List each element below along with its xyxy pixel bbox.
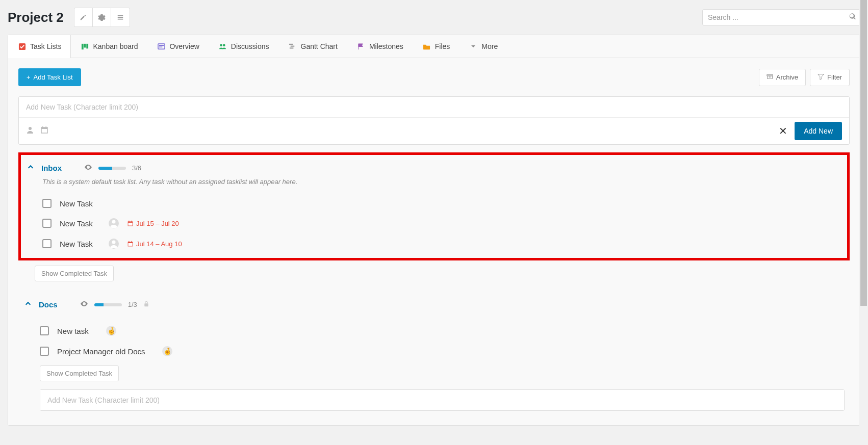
chevron-up-icon[interactable] <box>23 300 33 309</box>
button-label: Filter <box>827 73 842 81</box>
highlighted-tasklist: Inbox 3/6 This is a system default task … <box>18 152 850 260</box>
header-action-group <box>74 8 130 27</box>
svg-rect-32 <box>144 303 148 306</box>
gantt-icon <box>289 42 297 50</box>
task-row[interactable]: New Task Jul 14 – Aug 10 <box>26 233 842 254</box>
tasklist-title[interactable]: Docs <box>39 300 58 309</box>
svg-rect-5 <box>159 45 164 45</box>
avatar[interactable]: 🤞 <box>106 326 116 336</box>
tab-label: Files <box>435 42 450 50</box>
show-completed-button[interactable]: Show Completed Task <box>35 266 114 281</box>
add-task-list-button[interactable]: + Add Task List <box>18 68 81 86</box>
svg-rect-29 <box>129 241 129 242</box>
search-input[interactable] <box>702 9 860 25</box>
list-icon[interactable] <box>111 8 130 27</box>
svg-rect-3 <box>86 43 88 48</box>
tab-task-lists[interactable]: Task Lists <box>8 35 71 58</box>
tab-more[interactable]: More <box>459 35 507 58</box>
new-task-input[interactable] <box>19 97 849 118</box>
files-icon <box>423 42 431 50</box>
task-row[interactable]: New task 🤞 <box>23 321 845 341</box>
svg-point-15 <box>29 127 32 130</box>
task-name[interactable]: Project Manager old Docs <box>57 347 154 356</box>
button-label: Archive <box>776 73 798 81</box>
svg-rect-24 <box>132 220 132 221</box>
search-icon[interactable] <box>849 13 856 22</box>
calendar-icon[interactable] <box>40 126 48 137</box>
task-row[interactable]: New Task Jul 15 – Jul 20 <box>26 213 842 233</box>
task-name[interactable]: New task <box>57 327 98 335</box>
eye-icon[interactable] <box>80 300 88 309</box>
svg-point-27 <box>112 241 116 244</box>
tab-label: Milestones <box>369 42 403 50</box>
search-wrap <box>702 9 860 25</box>
task-name[interactable]: New Task <box>60 199 100 208</box>
svg-rect-19 <box>46 126 47 128</box>
task-name[interactable]: New Task <box>60 240 100 248</box>
task-name[interactable]: New Task <box>60 219 100 228</box>
scrollbar-thumb[interactable] <box>860 0 867 306</box>
filter-button[interactable]: Filter <box>810 69 850 86</box>
task-row[interactable]: New Task <box>26 194 842 213</box>
overview-icon <box>157 42 165 50</box>
inner-add-task-input[interactable] <box>40 390 844 410</box>
tab-files[interactable]: Files <box>413 35 460 58</box>
user-icon[interactable] <box>26 126 34 137</box>
svg-rect-2 <box>84 43 86 47</box>
archive-button[interactable]: Archive <box>759 69 806 86</box>
tab-overview[interactable]: Overview <box>147 35 209 58</box>
task-date: Jul 15 – Jul 20 <box>127 220 179 227</box>
new-task-card: ✕ Add New <box>18 96 850 145</box>
chevron-up-icon[interactable] <box>26 164 35 173</box>
tasklist-title[interactable]: Inbox <box>41 164 62 172</box>
svg-point-7 <box>220 44 223 46</box>
lock-icon <box>143 301 149 308</box>
task-lists-icon <box>18 42 26 50</box>
caret-down-icon <box>469 42 477 50</box>
svg-point-8 <box>223 44 225 46</box>
tab-discussions[interactable]: Discussions <box>209 35 279 58</box>
scrollbar[interactable] <box>859 0 868 433</box>
svg-rect-17 <box>41 127 47 129</box>
tab-label: Discussions <box>231 42 269 50</box>
progress-bar <box>98 167 126 170</box>
inner-add-task <box>40 389 845 411</box>
archive-icon <box>767 73 773 82</box>
avatar[interactable] <box>109 239 119 249</box>
actions-row: + Add Task List Archive Filter <box>18 68 850 86</box>
tasklist-description: This is a system default task list. Any … <box>26 176 842 194</box>
discussions-icon <box>219 42 227 50</box>
task-checkbox[interactable] <box>40 347 49 356</box>
avatar[interactable] <box>109 218 119 228</box>
show-completed-wrap: Show Completed Task <box>40 365 845 381</box>
task-row[interactable]: Project Manager old Docs 🤞 <box>23 341 845 361</box>
button-label: Add Task List <box>34 73 73 81</box>
filter-icon <box>818 73 824 82</box>
svg-rect-25 <box>128 222 132 225</box>
tab-gantt[interactable]: Gantt Chart <box>279 35 347 58</box>
tab-kanban[interactable]: Kanban board <box>71 35 147 58</box>
progress-text: 3/6 <box>132 164 141 172</box>
svg-rect-30 <box>132 241 132 242</box>
task-checkbox[interactable] <box>42 219 52 228</box>
eye-icon[interactable] <box>84 163 92 173</box>
avatar[interactable]: 🤞 <box>162 346 172 356</box>
gear-icon[interactable] <box>93 8 111 27</box>
svg-rect-4 <box>158 43 165 48</box>
tab-milestones[interactable]: Milestones <box>347 35 413 58</box>
milestones-icon <box>357 42 365 50</box>
task-checkbox[interactable] <box>42 199 52 208</box>
svg-rect-9 <box>289 43 293 44</box>
tab-label: Task Lists <box>30 42 61 50</box>
task-checkbox[interactable] <box>42 239 52 248</box>
task-checkbox[interactable] <box>40 326 49 335</box>
close-icon[interactable]: ✕ <box>779 125 787 137</box>
content-area: + Add Task List Archive Filter <box>8 58 860 425</box>
show-completed-button[interactable]: Show Completed Task <box>40 365 119 381</box>
add-new-button[interactable]: Add New <box>795 122 842 140</box>
svg-rect-14 <box>769 76 771 77</box>
edit-icon[interactable] <box>74 8 93 27</box>
main-card: Task Lists Kanban board Overview Discuss… <box>8 35 860 426</box>
project-title: Project 2 <box>8 10 64 25</box>
svg-rect-10 <box>291 45 295 46</box>
